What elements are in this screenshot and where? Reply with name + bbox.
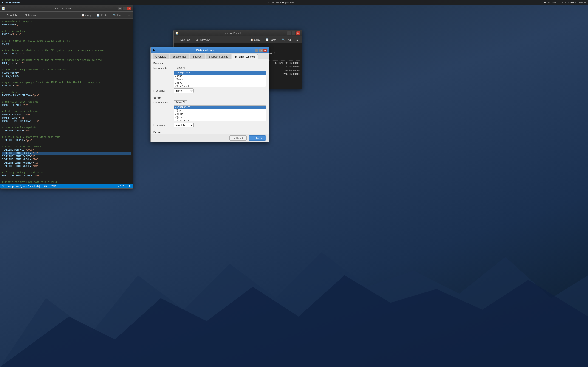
taskbar-datetime: Tue 26 Mar 5:38 pm (266, 1, 289, 4)
btrfs-window-controls: — □ ✕ (255, 49, 267, 52)
tab-overview[interactable]: Overview (153, 54, 169, 59)
paste-icon2: 📄 (266, 38, 269, 41)
konsole-vim-menu[interactable]: ☰ (126, 13, 131, 17)
konsole-zsh-title: · zsh — Konsole (180, 32, 286, 35)
balance-section-header: Balance (153, 62, 266, 65)
tab-snapper-settings[interactable]: Snapper Settings (206, 54, 231, 59)
reset-icon: ↺ (233, 136, 235, 140)
balance-freq-select[interactable]: none daily weekly monthly (174, 88, 194, 93)
btrfs-assistant-titlebar: 🛠 Btrfs Assistant — □ ✕ (151, 47, 268, 53)
scrub-mountpoints-row: Mountpoints: Select All /.snapshots /@op… (153, 100, 266, 121)
taskbar-right: 2:38 PM 2024.03.26 | 9:38 PM 2024.03.26 (542, 1, 586, 4)
statusbar-file: "/etc/snapper/configs/root" [readonly] (2, 185, 40, 188)
konsole-vim-title: · vim — Konsole (7, 7, 117, 10)
scrub-mp-opt[interactable]: /@opt (174, 109, 266, 112)
konsole-zsh-controls: — □ ✕ (287, 31, 300, 35)
apply-icon: ✓ (252, 136, 254, 140)
balance-mp-snapshots[interactable]: /.snapshots (174, 71, 266, 75)
konsole-vim-new-tab[interactable]: ＋ New Tab (2, 13, 18, 17)
find-icon2: 🔍 (282, 38, 285, 41)
balance-select-all-btn[interactable]: Select All (174, 66, 187, 70)
copy-icon: 📋 (81, 14, 85, 17)
konsole-zsh-maximize[interactable]: □ (292, 31, 295, 35)
taskbar-date2: 2024.03.26 (575, 1, 586, 4)
konsole-vim-controls: — □ ✕ (118, 7, 131, 10)
apply-button[interactable]: ✓ Apply (249, 135, 266, 141)
find-icon: 🔍 (113, 14, 116, 17)
btrfs-body: Balance Mountpoints: Select All /.snapsh… (151, 59, 268, 134)
konsole-vim-window: 📝 · vim — Konsole — □ ✕ ＋ New Tab ⊟ Spli… (0, 5, 133, 189)
konsole-vim-copy[interactable]: 📋 Copy (80, 13, 93, 17)
scrub-frequency-row: Frequency: none daily weekly monthly (153, 123, 266, 127)
btrfs-maximize[interactable]: □ (259, 49, 262, 52)
scrub-select-all-btn[interactable]: Select All (174, 100, 187, 104)
balance-mountpoints-area: Select All /.snapshots /@opt /@root /@sr… (174, 66, 266, 87)
konsole-vim-toolbar: ＋ New Tab ⊟ Split View 📋 Copy 📄 Paste 🔍 … (0, 12, 133, 19)
scrub-section-header: Scrub (153, 96, 266, 99)
balance-scrub-divider (153, 95, 266, 95)
konsole-vim-terminal[interactable]: # subvolume to snapshotSUBVOLUME="/" # f… (0, 19, 133, 184)
scrub-mp-list: /.snapshots /@opt /@root /@srv /@usrloca… (174, 105, 266, 121)
btrfs-minimize[interactable]: — (255, 49, 258, 52)
reset-button[interactable]: ↺ Reset (229, 135, 247, 141)
btrfs-footer: ↺ Reset ✓ Apply (151, 134, 268, 142)
balance-mp-usrlocal[interactable]: /@usrlocal (174, 85, 266, 87)
balance-mp-opt[interactable]: /@opt (174, 75, 266, 78)
scrub-freq-select[interactable]: none daily weekly monthly (174, 123, 194, 127)
tab-subvolumes[interactable]: Subvolumes (170, 54, 190, 59)
konsole-vim-find[interactable]: 🔍 Find (112, 13, 123, 17)
konsole-vim-split-view[interactable]: ⊟ Split View (21, 13, 38, 17)
taskbar: Btrfs Assistant Tue 26 Mar 5:38 pm 59°F … (0, 0, 588, 5)
taskbar-temp: 59°F (290, 1, 295, 4)
scrub-mp-snapshots[interactable]: /.snapshots (174, 106, 266, 109)
split-view-icon2: ⊟ (196, 38, 198, 41)
balance-frequency-row: Frequency: none daily weekly monthly (153, 88, 266, 93)
taskbar-clock1: 2:38 PM (542, 1, 550, 4)
taskbar-left: Btrfs Assistant (2, 1, 20, 4)
konsole-zsh-copy[interactable]: 📋 Copy (249, 38, 262, 42)
konsole-zsh-menu[interactable]: ☰ (295, 38, 300, 42)
konsole-vim-paste[interactable]: 📄 Paste (95, 13, 109, 17)
scrub-mp-srv[interactable]: /@srv (174, 116, 266, 119)
split-view-icon: ⊟ (22, 14, 24, 17)
balance-mountpoints-label: Mountpoints: (153, 66, 172, 69)
scrub-mp-usrlocal[interactable]: /@usrlocal (174, 119, 266, 121)
tab-snapper[interactable]: Snapper (190, 54, 205, 59)
konsole-zsh-find[interactable]: 🔍 Find (280, 38, 292, 42)
paste-icon: 📄 (97, 14, 100, 17)
taskbar-clock2: 9:38 PM (565, 1, 574, 4)
copy-icon2: 📋 (250, 38, 253, 41)
statusbar-pos: 62,20 (118, 185, 124, 188)
konsole-zsh-minimize[interactable]: — (287, 31, 291, 35)
balance-freq-label: Frequency: (153, 89, 172, 92)
scrub-mountpoints-area: Select All /.snapshots /@opt /@root /@sr… (174, 100, 266, 121)
konsole-vim-statusbar: "/etc/snapper/configs/root" [readonly] 6… (0, 184, 133, 188)
btrfs-icon: 🛠 (153, 49, 155, 52)
scrub-mountpoints-label: Mountpoints: (153, 100, 172, 104)
konsole-vim-close[interactable]: ✕ (128, 7, 131, 10)
konsole-zsh-split-view[interactable]: ⊟ Split View (194, 38, 211, 42)
konsole-zsh-toolbar: ＋ New Tab ⊟ Split View 📋 Copy 📄 Paste 🔍 … (174, 36, 302, 43)
scrub-defrag-divider (153, 129, 266, 129)
taskbar-center: Tue 26 Mar 5:38 pm 59°F (266, 1, 295, 4)
btrfs-tabs: Overview Subvolumes Snapper Snapper Sett… (151, 53, 268, 59)
konsole-vim-minimize[interactable]: — (118, 7, 122, 10)
taskbar-app-name: Btrfs Assistant (2, 1, 20, 4)
btrfs-assistant-dialog: 🛠 Btrfs Assistant — □ ✕ Overview Subvolu… (150, 47, 269, 142)
new-tab-icon: ＋ (3, 13, 6, 17)
konsole-zsh-new-tab[interactable]: ＋ New Tab (175, 38, 191, 42)
konsole-zsh-close[interactable]: ✕ (296, 31, 300, 35)
taskbar-date1: 2024.03.26 (551, 1, 563, 4)
tab-btrfs-maintenance[interactable]: Btrfs maintenance (232, 54, 258, 59)
balance-mp-root[interactable]: /@root (174, 78, 266, 81)
scrub-mp-root[interactable]: /@root (174, 112, 266, 116)
statusbar-lines: 63L, 1203B (44, 185, 56, 188)
konsole-zsh-paste[interactable]: 📄 Paste (264, 38, 277, 42)
new-tab-icon2: ＋ (177, 38, 179, 42)
defrag-section-header: Defrag (153, 131, 266, 133)
btrfs-assistant-title: Btrfs Assistant (157, 49, 254, 52)
btrfs-close[interactable]: ✕ (263, 49, 267, 52)
konsole-vim-maximize[interactable]: □ (123, 7, 127, 10)
balance-mp-srv[interactable]: /@srv (174, 81, 266, 85)
statusbar-mode: All (129, 185, 131, 188)
